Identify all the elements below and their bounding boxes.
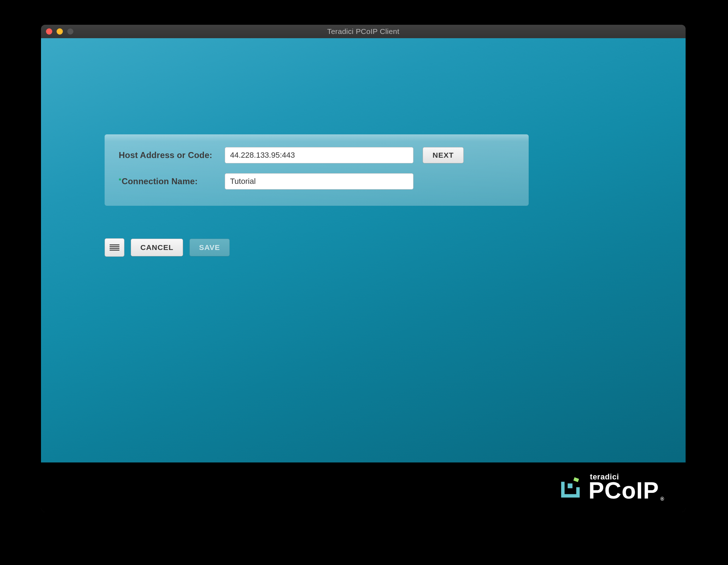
action-row: CANCEL SAVE <box>105 238 230 257</box>
connection-name-label-text: Connection Name: <box>122 176 198 186</box>
next-button[interactable]: NEXT <box>423 147 464 163</box>
connection-name-input[interactable] <box>225 173 413 190</box>
svg-rect-0 <box>568 483 573 488</box>
brand-logo: teradici PCoIP® <box>559 472 664 502</box>
menu-icon <box>110 244 119 251</box>
name-row: *Connection Name: <box>119 173 515 190</box>
close-window-button[interactable] <box>46 28 52 35</box>
brand-text: teradici PCoIP® <box>588 472 664 502</box>
registered-icon: ® <box>661 496 664 501</box>
host-label: Host Address or Code: <box>119 150 225 160</box>
host-row: Host Address or Code: NEXT <box>119 147 515 163</box>
menu-button[interactable] <box>105 238 124 257</box>
minimize-window-button[interactable] <box>57 28 63 35</box>
host-address-input[interactable] <box>225 147 413 163</box>
connect-panel: Host Address or Code: NEXT *Connection N… <box>105 134 529 206</box>
main-area: Host Address or Code: NEXT *Connection N… <box>41 38 686 462</box>
client-body: Host Address or Code: NEXT *Connection N… <box>41 38 686 512</box>
footer: teradici PCoIP® <box>41 462 686 512</box>
window-title: Teradici PCoIP Client <box>41 27 686 36</box>
titlebar: Teradici PCoIP Client <box>41 25 686 38</box>
required-star-icon: * <box>119 177 121 184</box>
connection-name-label: *Connection Name: <box>119 176 225 186</box>
window-controls <box>46 28 74 35</box>
svg-rect-1 <box>574 477 579 482</box>
save-button[interactable]: SAVE <box>189 239 230 256</box>
zoom-window-button[interactable] <box>67 28 74 35</box>
app-window: Teradici PCoIP Client Host Address or Co… <box>41 25 686 512</box>
brand-mark-icon <box>559 475 583 499</box>
cancel-button[interactable]: CANCEL <box>131 239 183 256</box>
brand-product: PCoIP® <box>588 479 664 502</box>
